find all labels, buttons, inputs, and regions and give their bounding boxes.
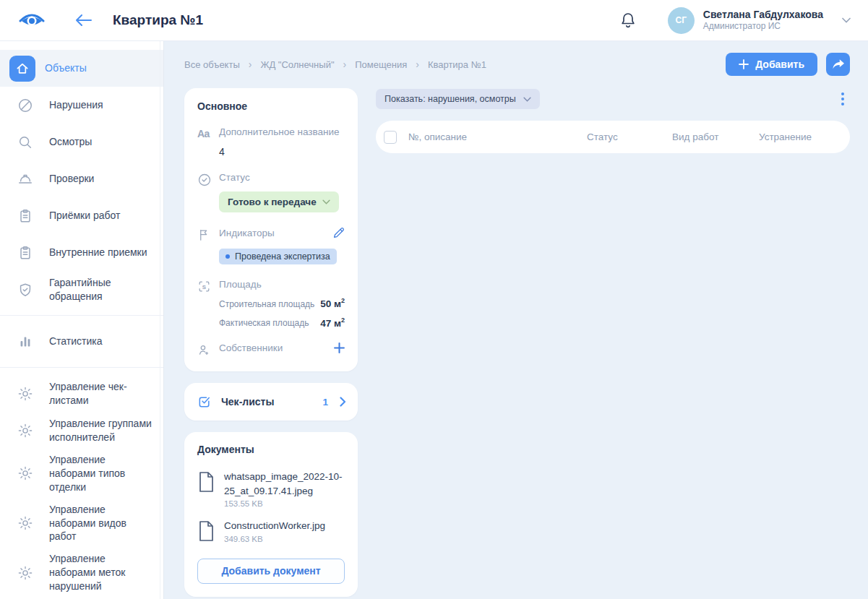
share-button[interactable] <box>826 53 850 76</box>
add-owner-plus-icon[interactable] <box>334 342 345 353</box>
select-all-checkbox[interactable] <box>384 131 397 144</box>
circle-check-icon <box>197 172 219 212</box>
checklists-label: Чек-листы <box>221 396 274 408</box>
divider <box>0 315 163 316</box>
file-icon <box>197 470 215 508</box>
breadcrumb-item[interactable]: Помещения <box>335 59 408 70</box>
area-value: 47 м2 <box>320 316 345 329</box>
sidebar-item-violations[interactable]: Нарушения <box>0 87 163 124</box>
sidebar-item-work-types-management[interactable]: Управление наборами видов работ <box>0 499 163 548</box>
page-title: Квартира №1 <box>113 12 203 28</box>
sidebar-item-warranty-claims[interactable]: Гарантийные обращения <box>0 271 163 308</box>
app-header: Квартира №1 СГ Светлана Габдулхакова Адм… <box>0 0 868 41</box>
column-header-description: №, описание <box>408 132 587 142</box>
share-arrow-icon <box>832 59 845 70</box>
area-name: Строительная площадь <box>219 299 314 309</box>
area-row: S Площадь Строительная площадь 50 м2 Фак… <box>197 279 345 328</box>
sidebar-item-label: Приёмки работ <box>49 209 120 223</box>
additional-name-row: Aa Дополнительное название 4 <box>197 126 345 158</box>
sidebar-item-work-acceptances[interactable]: Приёмки работ <box>0 197 163 234</box>
sidebar-item-checks[interactable]: Проверки <box>0 160 163 197</box>
document-item[interactable]: ConstructionWorker.jpg 349.63 KB <box>197 519 345 543</box>
breadcrumb-item[interactable]: ЖД "Солнечный" <box>240 59 335 70</box>
sidebar-item-finish-types-management[interactable]: Управление наборами типов отделки <box>0 449 163 499</box>
field-label: Площадь <box>219 279 345 290</box>
chevron-down-icon <box>322 199 330 204</box>
plus-icon <box>739 59 749 69</box>
gear-tools-icon <box>12 515 39 531</box>
sidebar-item-inspections[interactable]: Осмотры <box>0 124 163 160</box>
sidebar-item-executor-groups-management[interactable]: Управление группами исполнителей <box>0 412 163 449</box>
field-label: Статус <box>219 172 345 183</box>
sidebar-item-label: Гарантийные обращения <box>49 276 155 303</box>
indicator-badge[interactable]: Проведена экспертиза <box>219 249 337 264</box>
notifications-bell-icon[interactable] <box>620 12 636 29</box>
clipboard-icon <box>12 208 39 224</box>
additional-name-value: 4 <box>219 146 345 158</box>
flag-icon <box>197 227 219 264</box>
checklists-count-badge: 1 <box>322 397 328 408</box>
sidebar-item-checklist-management[interactable]: Управление чек-листами <box>0 375 163 412</box>
prohibition-icon <box>12 98 39 113</box>
sidebar-item-label: Осмотры <box>49 135 92 149</box>
add-button[interactable]: Добавить <box>726 53 817 76</box>
breadcrumb-item-current: Квартира №1 <box>407 59 486 70</box>
field-label: Собственники <box>219 342 283 353</box>
clipboard-icon <box>12 245 39 261</box>
sidebar-item-violation-tags-management[interactable]: Управление наборами меток нарушений <box>0 548 163 598</box>
house-icon <box>9 56 35 82</box>
add-button-label: Добавить <box>755 59 804 70</box>
app-logo-eye-icon[interactable] <box>19 12 45 29</box>
hard-hat-icon <box>12 171 39 187</box>
gear-check-icon <box>12 386 39 402</box>
edit-pencil-icon[interactable] <box>332 227 345 239</box>
add-document-button[interactable]: Добавить документ <box>197 559 345 584</box>
user-info[interactable]: Светлана Габдулхакова Администратор ИС <box>703 9 823 33</box>
back-arrow-icon[interactable] <box>75 14 93 26</box>
sidebar: Объекты Нарушения Осмотры <box>0 41 164 599</box>
checklist-icon <box>197 395 212 409</box>
main-info-card: Основное Aa Дополнительное название 4 <box>184 88 358 371</box>
text-aa-icon: Aa <box>197 126 219 158</box>
magnifier-icon <box>12 134 39 150</box>
indicator-dot <box>225 254 230 259</box>
sidebar-item-internal-acceptances[interactable]: Внутренние приемки <box>0 234 163 271</box>
gear-hash-icon <box>12 565 39 581</box>
status-value: Готово к передаче <box>228 197 317 207</box>
status-row: Статус Готово к передаче <box>197 172 345 212</box>
checklists-card[interactable]: Чек-листы 1 <box>184 383 358 421</box>
show-filter-dropdown[interactable]: Показать: нарушения, осмотры <box>376 89 540 109</box>
gear-layers-icon <box>12 465 39 481</box>
indicators-row: Индикаторы Проведена экспертиза <box>197 227 345 264</box>
field-label: Индикаторы <box>219 228 275 238</box>
chevron-down-icon[interactable] <box>842 17 851 23</box>
sidebar-item-label: Управление чек-листами <box>49 380 155 408</box>
chevron-down-icon <box>523 97 531 102</box>
person-plus-icon <box>197 342 219 357</box>
breadcrumb: Все объекты ЖД "Солнечный" Помещения Ква… <box>184 59 486 70</box>
chevron-right-icon <box>340 397 346 407</box>
status-dropdown[interactable]: Готово к передаче <box>219 191 339 212</box>
document-size: 153.55 KB <box>224 499 345 508</box>
document-item[interactable]: whatsapp_image_2022-10-25_at_09.17.41.jp… <box>197 470 345 508</box>
show-filter-label: Показать: нарушения, осмотры <box>384 94 516 104</box>
area-value: 50 м2 <box>320 297 345 309</box>
sidebar-item-label: Управление наборами видов работ <box>49 503 155 544</box>
card-title: Основное <box>197 100 345 112</box>
sidebar-item-label: Внутренние приемки <box>49 246 147 259</box>
more-options-kebab-icon[interactable] <box>841 92 844 105</box>
document-size: 349.63 KB <box>224 535 325 543</box>
document-name: whatsapp_image_2022-10-25_at_09.17.41.jp… <box>224 470 345 498</box>
user-name: Светлана Габдулхакова <box>703 9 823 22</box>
sidebar-item-statistics[interactable]: Статистика <box>0 323 163 360</box>
sidebar-item-label: Объекты <box>45 61 87 75</box>
field-label: Дополнительное название <box>219 126 345 137</box>
owners-row: Собственники <box>197 342 345 357</box>
file-icon <box>197 519 215 543</box>
sidebar-item-label: Управление наборами типов отделки <box>49 453 155 494</box>
breadcrumb-item[interactable]: Все объекты <box>184 59 240 70</box>
area-line: Строительная площадь 50 м2 <box>219 297 345 309</box>
sidebar-item-objects[interactable]: Объекты <box>0 50 163 87</box>
main-content: Все объекты ЖД "Солнечный" Помещения Ква… <box>164 41 868 599</box>
user-avatar[interactable]: СГ <box>668 7 695 34</box>
